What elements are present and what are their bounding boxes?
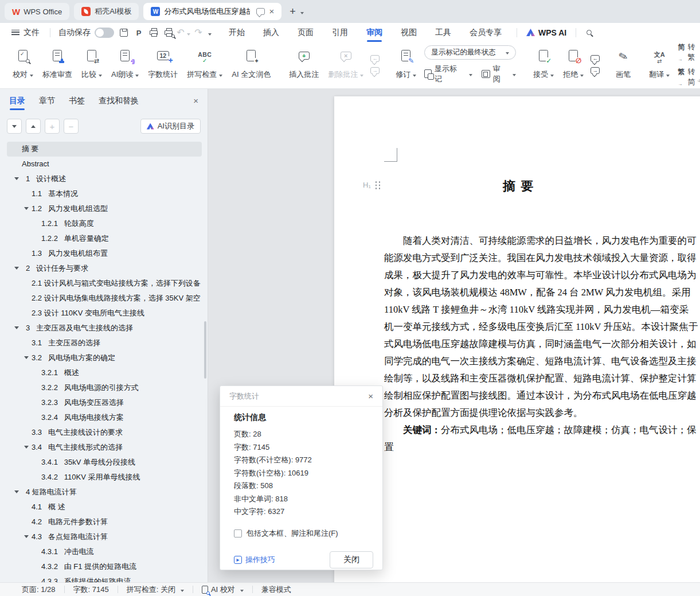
doc-body[interactable]: 随着人类对清洁、可持续能源需求的日益增长，风力发电作为重要的可能源发电方式受到广… — [384, 232, 700, 456]
menubar-tab[interactable]: 视图 — [392, 23, 426, 42]
zoom-in-button[interactable] — [45, 119, 60, 134]
search-icon[interactable] — [586, 30, 592, 35]
toc-item[interactable]: 1.2 风力发电机组选型 — [7, 201, 202, 216]
next-revision-icon[interactable] — [590, 67, 600, 74]
doc-line[interactable]: 分析及保护配置方面提供理论依据与实践参考。 — [384, 404, 700, 422]
expand-all-button[interactable] — [26, 119, 41, 134]
toc-item[interactable]: 1.3 风力发电机组布置 — [7, 246, 202, 261]
group-expand-icon[interactable] — [696, 78, 700, 84]
toc-item[interactable]: 3.2.2 风电场电源的引接方式 — [7, 380, 202, 395]
file-menu-button[interactable]: 文件 — [7, 28, 44, 38]
document-page[interactable]: H₁ 摘 要 随着人类对清洁、可持续能源需求的日益增长，风力发电作为重要的可能源… — [334, 96, 700, 582]
document-heading[interactable]: 摘 要 — [503, 178, 535, 195]
print-preview-button[interactable] — [161, 26, 176, 40]
translate-button[interactable]: 翻译 — [644, 44, 674, 85]
collapse-all-button[interactable] — [7, 119, 22, 134]
dialog-close-icon[interactable] — [368, 392, 373, 401]
chevron-down-icon[interactable] — [300, 6, 304, 17]
menubar-tab[interactable]: 插入 — [254, 23, 288, 42]
ai-polish-button[interactable]: AI 全文润色 — [227, 44, 275, 85]
toc-item[interactable]: 4.1 概 述 — [7, 500, 202, 515]
insert-comment-button[interactable]: 插入批注 — [284, 44, 323, 85]
undo-button[interactable] — [176, 26, 191, 40]
toc-item[interactable]: 3.2 风电场电方案的确定 — [7, 350, 202, 365]
ai-proofread-status[interactable]: AI 校对 — [202, 585, 244, 595]
menubar-tab[interactable]: 会员专享 — [460, 23, 511, 42]
quick-toolbar-chevron-icon[interactable] — [208, 28, 212, 37]
doc-line[interactable]: 机一变单元接线方式，经多级电压变换后汇至 110kV 升压站。本设计聚焦于 — [384, 318, 700, 336]
doc-line[interactable]: 110kV 线路 T 接鲤鱼井～水湾 110kV 线路实现并网，风力发电机—箱变… — [384, 301, 700, 318]
doc-line[interactable]: 能源发电方式受到广泛关注。我国在风力发电技术领域投入大量资源，取得 — [384, 250, 700, 267]
toc-item[interactable]: 3.2.1 概述 — [7, 365, 202, 380]
compare-button[interactable]: 比较 — [77, 44, 107, 85]
close-dialog-button[interactable]: 关闭 — [330, 551, 373, 568]
delete-comment-button[interactable]: 删除批注 — [323, 44, 368, 85]
tab-document[interactable]: 分布式风电场低电压穿越故障 — [143, 3, 281, 20]
toc-item[interactable]: 1 设计概述 — [7, 172, 202, 186]
comment-bubble-icon[interactable] — [256, 8, 265, 15]
show-markup-button[interactable]: 显示标记 — [424, 64, 472, 84]
sidebar-scrollbar[interactable] — [204, 321, 206, 379]
doc-line[interactable]: 关键词：分布式风电场；低电压穿越；故障建模；仿真；电气设计；保 — [384, 422, 700, 439]
toc-item[interactable]: 4.3.1 冲击电流 — [7, 544, 202, 559]
toc-item[interactable]: 4.3 各点短路电流计算 — [7, 529, 202, 544]
doc-line[interactable]: 绘制相应保护配置图与接线图。通过本设计，为分布式风电场在低电压穿越 — [384, 387, 700, 404]
toc-item[interactable]: 2.2 设计风电场集电线路接线方案，选择 35KV 架空 ... — [7, 291, 202, 306]
spell-check-status[interactable]: 拼写检查: 关闭 — [127, 585, 184, 595]
reject-button[interactable]: 拒绝 — [558, 44, 588, 85]
toc-item[interactable]: 3.4.2 110KV 采用单母线接线 — [7, 470, 202, 485]
ai-read-aloud-button[interactable]: AI朗读 — [107, 44, 143, 85]
tab-docer-ai[interactable]: 稻壳AI模板 — [74, 3, 139, 20]
menubar-tab[interactable]: 工具 — [426, 23, 460, 42]
previous-comment-icon[interactable] — [370, 55, 380, 62]
doc-line[interactable]: 绘制等，以及线路和主变压器微机保护配置、短路电流计算、保护整定计算 — [384, 370, 700, 387]
page-indicator[interactable]: 页面: 1/28 — [22, 585, 56, 595]
markup-state-select[interactable]: 显示标记的最终状态 — [424, 45, 516, 60]
word-count-button[interactable]: 字数统计 — [143, 44, 182, 85]
tab-wps-office[interactable]: W WPS Office — [5, 3, 69, 20]
tips-link[interactable]: 操作技巧 — [234, 555, 275, 565]
sidebar-tab[interactable]: 章节 — [39, 89, 55, 113]
toc-item[interactable]: 4 短路电流计算 — [7, 485, 202, 500]
sidebar-tab[interactable]: 书签 — [69, 89, 85, 113]
autosave-toggle[interactable] — [95, 28, 114, 38]
standard-review-button[interactable]: 标准审查 — [38, 44, 77, 85]
redo-button[interactable] — [191, 26, 206, 40]
toc-item[interactable]: 3 主变压器及电气主接线的选择 — [7, 321, 202, 336]
previous-revision-icon[interactable] — [590, 55, 600, 62]
brush-button[interactable]: 画笔 — [611, 44, 635, 85]
doc-line[interactable]: 置 — [384, 439, 700, 456]
doc-line[interactable]: 成果，极大提升了风力发电的效率与可靠性。本毕业设计以分布式风电场为 — [384, 267, 700, 284]
doc-line[interactable]: 式风电场低电压穿越故障建模与仿真，同时涵盖电气一次部分相关设计，如 — [384, 336, 700, 353]
toc-item[interactable]: 3.4.1 35kV 单母线分段接线 — [7, 455, 202, 470]
drag-handle-icon[interactable] — [376, 181, 381, 189]
track-changes-button[interactable]: 修订 — [391, 44, 421, 85]
word-count-indicator[interactable]: 字数: 7145 — [73, 585, 109, 595]
toc-item[interactable]: 3.3 电气主接线设计的要求 — [7, 425, 202, 440]
doc-line[interactable]: 同学完成的电气一次主接线方案确定、短路电流计算、电气设备选型及主接 — [384, 353, 700, 370]
print-button[interactable] — [146, 26, 161, 40]
toc-item[interactable]: 3.2.3 风电场变压器选择 — [7, 395, 202, 410]
heading-marker[interactable]: H₁ — [363, 181, 381, 189]
toc-item[interactable]: 3.1 主变压器的选择 — [7, 336, 202, 350]
close-tab-icon[interactable] — [269, 7, 274, 16]
menubar-tab[interactable]: 页面 — [288, 23, 323, 42]
toc-item[interactable]: 2.3 设计 110KV 变电所电气主接线 — [7, 306, 202, 321]
zoom-out-button[interactable] — [64, 119, 79, 134]
doc-line[interactable]: 对象，该风电场装机规模达 48MW，配备 24 台 2MW 风力发电机组。采用 — [384, 284, 700, 301]
toc-item[interactable]: 3.2.4 风电场电接线方案 — [7, 410, 202, 425]
new-tab-button[interactable] — [290, 6, 304, 17]
wps-ai-button[interactable]: WPS AI — [523, 28, 570, 37]
toc-item[interactable]: Abstract — [7, 157, 202, 172]
toc-item[interactable]: 4.3.3 系统提供的短路电流 — [7, 574, 202, 582]
review-pane-button[interactable]: 审阅 — [482, 64, 516, 84]
toc-item[interactable]: 2 设计任务与要求 — [7, 261, 202, 276]
toc-item[interactable]: 1.2.2 单机容量确定 — [7, 231, 202, 246]
include-textbox-checkbox-row[interactable]: 包括文本框、脚注和尾注(F) — [234, 528, 369, 539]
to-traditional-button[interactable]: 转繁 — [678, 42, 695, 63]
doc-line[interactable]: 随着人类对清洁、可持续能源需求的日益增长，风力发电作为重要的可 — [384, 232, 700, 250]
toc-item[interactable]: 2.1 设计风机与箱式变电站接线方案，选择下列设备 — [7, 276, 202, 291]
sidebar-tab[interactable]: 查找和替换 — [99, 89, 139, 113]
sidebar-tab[interactable]: 目录 — [9, 89, 25, 113]
accept-button[interactable]: 接受 — [529, 44, 558, 85]
